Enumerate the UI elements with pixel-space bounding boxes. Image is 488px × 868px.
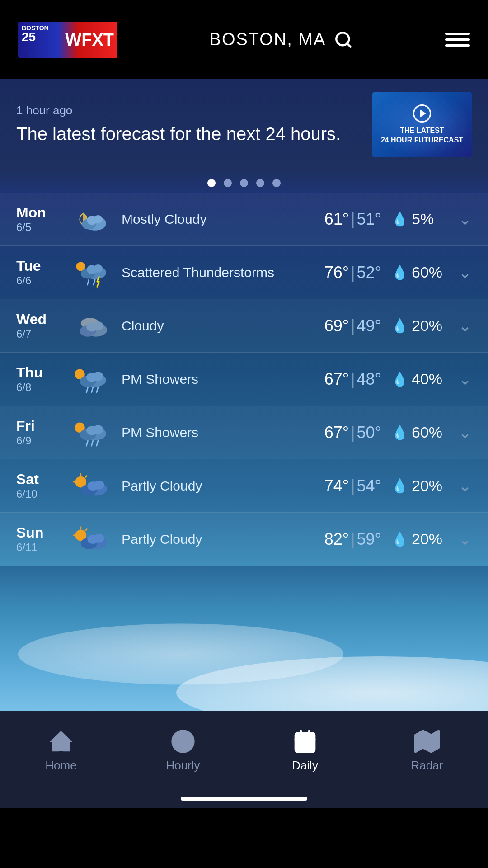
play-button[interactable] [413, 104, 431, 123]
weather-icon-thunderstorm [66, 255, 113, 289]
day-name: Thu [16, 364, 66, 381]
nav-item-home[interactable]: Home [25, 729, 97, 773]
hamburger-menu-button[interactable] [445, 33, 470, 47]
weather-icon-mostly-cloudy [66, 202, 113, 236]
day-date: 6/10 [16, 488, 66, 500]
table-row[interactable]: Fri 6/9 PM Showers 67°|50° 💧60% ⌄ [0, 406, 488, 459]
home-icon [48, 729, 74, 754]
weather-icon-pm-showers [66, 362, 113, 396]
svg-line-44 [85, 529, 86, 530]
svg-point-17 [93, 321, 103, 330]
cloud-background [0, 566, 488, 711]
clock-icon [170, 729, 196, 754]
svg-point-22 [93, 372, 103, 381]
svg-point-49 [94, 533, 104, 542]
search-icon[interactable] [334, 30, 353, 49]
condition-label: Mostly Cloudy [122, 212, 324, 227]
expand-chevron-icon[interactable]: ⌄ [458, 530, 472, 549]
day-info: Thu 6/8 [16, 364, 66, 394]
day-date: 6/7 [16, 328, 66, 340]
temperature-range: 67°|50° [324, 423, 381, 442]
svg-line-36 [85, 476, 86, 477]
svg-marker-61 [415, 731, 438, 752]
precipitation: 💧20% [391, 317, 450, 335]
expand-chevron-icon[interactable]: ⌄ [458, 263, 472, 282]
day-date: 6/5 [16, 221, 66, 234]
temperature-range: 69°|49° [324, 316, 381, 335]
expand-chevron-icon[interactable]: ⌄ [458, 210, 472, 229]
dot-2[interactable] [224, 179, 232, 187]
condition-label: PM Showers [122, 372, 324, 387]
carousel-dots [0, 170, 488, 193]
svg-point-10 [93, 264, 102, 273]
daily-nav-label: Daily [292, 759, 318, 773]
dot-1[interactable] [207, 179, 216, 187]
table-row[interactable]: Tue 6/6 Scattered Thunderstorms 76°|52° [0, 246, 488, 299]
svg-line-12 [93, 279, 94, 284]
svg-line-24 [91, 387, 93, 392]
condition-label: Partly Cloudy [122, 478, 324, 494]
day-name: Wed [16, 311, 66, 328]
table-row[interactable]: Wed 6/7 Cloudy 69°|49° 💧20% ⌄ [0, 299, 488, 353]
svg-line-25 [96, 387, 98, 392]
day-name: Sun [16, 524, 66, 541]
condition-label: PM Showers [122, 425, 324, 440]
calendar-icon [292, 729, 318, 754]
svg-line-31 [86, 441, 88, 446]
news-timestamp: 1 hour ago [16, 104, 359, 118]
svg-point-5 [93, 215, 102, 223]
dot-3[interactable] [240, 179, 248, 187]
weather-icon-partly-cloudy [66, 469, 113, 503]
weather-icon-partly-cloudy-2 [66, 522, 113, 556]
day-name: Tue [16, 258, 66, 274]
logo-number: 25 [22, 30, 36, 44]
expand-chevron-icon[interactable]: ⌄ [458, 423, 472, 442]
day-date: 6/8 [16, 381, 66, 394]
radar-nav-label: Radar [411, 759, 443, 773]
expand-chevron-icon[interactable]: ⌄ [458, 370, 472, 389]
day-info: Mon 6/5 [16, 204, 66, 234]
svg-point-30 [93, 425, 103, 434]
table-row[interactable]: Mon 6/5 Mostly Cloudy 61°|51° 💧5% ⌄ [0, 193, 488, 246]
news-thumbnail[interactable]: THE LATEST24 HOUR FUTURECAST [372, 92, 472, 157]
svg-point-41 [94, 480, 104, 489]
nav-item-radar[interactable]: Radar [391, 729, 463, 773]
home-indicator-bar [181, 797, 307, 801]
home-indicator [0, 790, 488, 808]
nav-item-hourly[interactable]: Hourly [147, 729, 219, 773]
temperature-range: 82°|59° [324, 530, 381, 549]
weather-icon-cloudy [66, 309, 113, 343]
day-date: 6/6 [16, 274, 66, 287]
temperature-range: 76°|52° [324, 263, 381, 282]
logo[interactable]: BOSTON 25 WFXT [18, 22, 117, 58]
logo-station-name: WFXT [65, 30, 114, 49]
location-label: BOSTON, MA [210, 30, 326, 49]
table-row[interactable]: Sun 6/11 Partly Cloudy 82°|59° 💧20% ⌄ [0, 513, 488, 566]
dot-4[interactable] [256, 179, 264, 187]
precipitation: 💧5% [391, 210, 450, 228]
day-info: Sun 6/11 [16, 524, 66, 554]
news-text-area[interactable]: 1 hour ago The latest forecast for the n… [16, 104, 359, 146]
expand-chevron-icon[interactable]: ⌄ [458, 476, 472, 495]
day-info: Wed 6/7 [16, 311, 66, 340]
weather-icon-pm-showers-2 [66, 415, 113, 449]
thumbnail-title: THE LATEST24 HOUR FUTURECAST [376, 126, 468, 145]
temperature-range: 67°|48° [324, 370, 381, 389]
expand-chevron-icon[interactable]: ⌄ [458, 316, 472, 335]
location-search-area[interactable]: BOSTON, MA [210, 30, 353, 49]
nav-item-daily[interactable]: Daily [269, 729, 341, 773]
condition-label: Scattered Thunderstorms [122, 265, 324, 280]
condition-label: Partly Cloudy [122, 532, 324, 547]
day-name: Fri [16, 418, 66, 434]
precipitation: 💧20% [391, 477, 450, 495]
table-row[interactable]: Thu 6/8 PM Showers 67°|48° 💧40% ⌄ [0, 353, 488, 406]
news-headline: The latest forecast for the next 24 hour… [16, 122, 359, 146]
app-header: BOSTON 25 WFXT BOSTON, MA [0, 0, 488, 79]
day-date: 6/11 [16, 541, 66, 554]
dot-5[interactable] [272, 179, 281, 187]
day-info: Sat 6/10 [16, 471, 66, 500]
map-icon [414, 729, 440, 754]
day-name: Sat [16, 471, 66, 488]
precipitation: 💧40% [391, 370, 450, 388]
table-row[interactable]: Sat 6/10 Partly Cloudy 74°|54° 💧20% [0, 459, 488, 513]
